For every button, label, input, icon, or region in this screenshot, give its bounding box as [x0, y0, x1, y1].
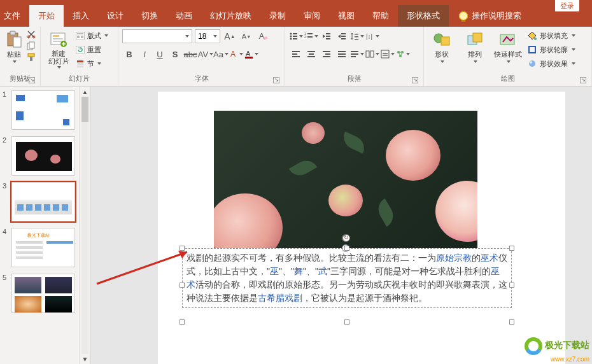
link-wu-martial[interactable]: 武	[318, 266, 327, 276]
tab-review[interactable]: 审阅	[295, 5, 329, 27]
slide-thumb-3[interactable]	[11, 182, 75, 221]
svg-rect-21	[77, 66, 83, 67]
slide-thumb-4[interactable]: 极光下载站	[11, 228, 75, 267]
char-spacing-button[interactable]: AV	[199, 47, 213, 61]
font-name-combo[interactable]	[122, 29, 192, 43]
group-label-drawing: 绘图↘	[428, 73, 588, 85]
resize-handle[interactable]	[509, 319, 514, 325]
new-slide-button[interactable]: 新建 幻灯片	[45, 29, 73, 69]
font-color-button[interactable]: A	[244, 47, 258, 61]
svg-rect-2	[13, 37, 21, 47]
tab-help[interactable]: 帮助	[363, 5, 398, 27]
thumbnail-scrollbar[interactable]: ▲ ▼	[80, 87, 90, 364]
italic-button[interactable]: I	[137, 47, 152, 61]
arrange-button[interactable]: 排列	[461, 29, 489, 63]
numbering-button[interactable]: 12	[304, 29, 318, 43]
tab-home[interactable]: 开始	[29, 5, 64, 27]
link-guxila[interactable]: 古希腊戏剧	[258, 293, 302, 303]
decrease-font-icon[interactable]: A▼	[239, 29, 253, 43]
tab-shape-format[interactable]: 形状格式	[398, 5, 449, 27]
chevron-down-icon	[13, 60, 17, 63]
link-wu-dance[interactable]: 舞	[294, 266, 303, 276]
svg-rect-26	[245, 57, 253, 59]
slide-canvas[interactable]: 戏剧的起源实不可考，有多种假说。比较主流的看法有二：一为原始宗教的巫术仪式，比如…	[90, 87, 592, 364]
resize-handle[interactable]	[509, 246, 514, 251]
clear-format-icon[interactable]: A	[256, 29, 270, 43]
thumb-number: 4	[3, 228, 9, 267]
resize-handle[interactable]	[344, 319, 349, 325]
scroll-up-icon[interactable]: ▲	[80, 87, 90, 97]
resize-handle[interactable]	[180, 246, 185, 251]
align-left-button[interactable]	[289, 47, 303, 61]
strike-button[interactable]: abc	[183, 47, 197, 61]
slide-thumb-2[interactable]	[11, 136, 75, 176]
highlight-button[interactable]: A	[229, 47, 243, 61]
slide[interactable]: 戏剧的起源实不可考，有多种假说。比较主流的看法有二：一为原始宗教的巫术仪式，比如…	[158, 92, 565, 364]
dialog-launcher-icon[interactable]: ↘	[412, 77, 418, 83]
decrease-indent-button[interactable]	[320, 29, 334, 43]
justify-button[interactable]	[335, 47, 349, 61]
thumb-number: 5	[3, 274, 9, 313]
quick-styles-button[interactable]: 快速样式	[494, 29, 522, 63]
tab-transitions[interactable]: 切换	[132, 5, 167, 27]
section-button[interactable]: 节	[75, 57, 108, 70]
shape-fill-button[interactable]: 形状填充	[527, 29, 575, 42]
tab-record[interactable]: 录制	[260, 5, 295, 27]
slide-thumbnails-panel[interactable]: 1 2 3 4 极光下载站 5	[0, 87, 80, 364]
login-button[interactable]: 登录	[555, 0, 579, 11]
align-text-button[interactable]	[381, 47, 395, 61]
svg-rect-39	[326, 38, 330, 39]
svg-rect-10	[53, 35, 59, 37]
text-box[interactable]: 戏剧的起源实不可考，有多种假说。比较主流的看法有二：一为原始宗教的巫术仪式，比如…	[182, 248, 512, 308]
smartart-button[interactable]	[396, 47, 410, 61]
increase-font-icon[interactable]: A▲	[223, 29, 237, 43]
tab-insert[interactable]: 插入	[64, 5, 98, 27]
bullets-button[interactable]	[289, 29, 303, 43]
paste-button[interactable]: 粘贴	[4, 29, 24, 63]
resize-handle[interactable]	[180, 319, 185, 325]
font-size-combo[interactable]: 18	[195, 29, 220, 43]
resize-handle[interactable]	[344, 246, 349, 251]
align-right-button[interactable]	[320, 47, 334, 61]
columns-button[interactable]	[365, 47, 379, 61]
text-direction-button[interactable]: |↕|	[365, 29, 379, 43]
dialog-launcher-icon[interactable]: ↘	[29, 77, 35, 83]
format-painter-icon[interactable]	[26, 52, 36, 62]
tab-animations[interactable]: 动画	[167, 5, 201, 27]
layout-icon	[75, 31, 85, 41]
scroll-down-icon[interactable]: ▼	[80, 354, 90, 364]
tell-me-search[interactable]: 操作说明搜索	[453, 5, 528, 27]
tab-design[interactable]: 设计	[98, 5, 132, 27]
shapes-button[interactable]: 形状	[428, 29, 456, 63]
slide-image[interactable]	[214, 111, 477, 248]
dialog-launcher-icon[interactable]: ↘	[273, 77, 279, 83]
rotate-handle-icon[interactable]	[342, 234, 350, 242]
shape-outline-button[interactable]: 形状轮廓	[527, 43, 575, 56]
change-case-button[interactable]: Aa	[214, 47, 228, 61]
tab-file[interactable]: 文件	[0, 5, 29, 27]
dialog-launcher-icon[interactable]: ↘	[580, 77, 586, 83]
underline-button[interactable]: U	[153, 47, 167, 61]
slide-thumb-1[interactable]	[11, 90, 75, 130]
link-wu[interactable]: 巫	[270, 266, 279, 276]
link-wushu[interactable]: 巫术	[481, 253, 498, 263]
tab-slideshow[interactable]: 幻灯片放映	[201, 5, 260, 27]
line-spacing-button[interactable]	[350, 29, 364, 43]
svg-rect-11	[53, 38, 63, 39]
resize-handle[interactable]	[509, 283, 514, 288]
cut-icon[interactable]	[26, 29, 36, 39]
bold-button[interactable]: B	[122, 47, 136, 61]
copy-icon[interactable]	[26, 41, 36, 51]
increase-indent-button[interactable]	[335, 29, 349, 43]
shadow-button[interactable]: S	[168, 47, 182, 61]
slide-thumb-5[interactable]	[11, 274, 75, 313]
distribute-button[interactable]	[350, 47, 364, 61]
reset-button[interactable]: 重置	[75, 43, 108, 56]
shape-effects-button[interactable]: 形状效果	[527, 57, 575, 70]
resize-handle[interactable]	[180, 283, 185, 288]
tab-view[interactable]: 视图	[329, 5, 363, 27]
svg-rect-37	[326, 33, 330, 34]
align-center-button[interactable]	[304, 47, 318, 61]
layout-button[interactable]: 版式	[75, 29, 108, 42]
link-yuanshizongjiao[interactable]: 原始宗教	[436, 253, 472, 263]
